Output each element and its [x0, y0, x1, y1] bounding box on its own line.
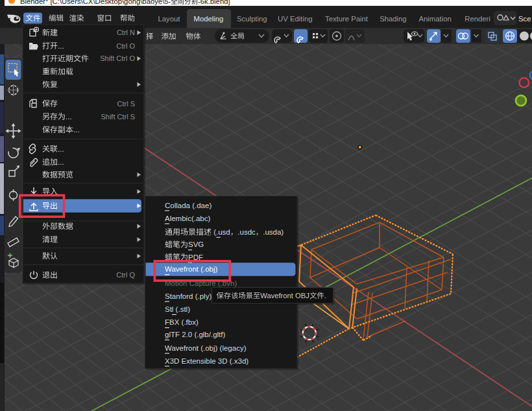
svg-text:...: ... [73, 126, 80, 134]
svg-text:Shift Ctrl O: Shift Ctrl O [100, 54, 135, 62]
svg-text:Wavefront OBJ: Wavefront OBJ [260, 292, 309, 299]
svg-text:glTF 2.0 (.glb/.gltf): glTF 2.0 (.glb/.gltf) [165, 331, 225, 338]
svg-text:Stl (.stl): Stl (.stl) [165, 305, 190, 313]
svg-text:Modeling: Modeling [194, 15, 224, 23]
svg-text:Texture Paint: Texture Paint [325, 15, 369, 23]
svg-text:Animation: Animation [418, 15, 451, 23]
svg-text:UV Editing: UV Editing [278, 15, 312, 23]
svg-text:Renderi: Renderi [465, 15, 490, 23]
svg-text:FBX (.fbx): FBX (.fbx) [165, 318, 199, 326]
svg-text:...: ... [58, 158, 64, 166]
svg-text:PDF: PDF [188, 253, 203, 261]
svg-text:Ctrl Q: Ctrl Q [116, 271, 135, 279]
svg-text:Stanford (.ply): Stanford (.ply) [165, 292, 212, 300]
svg-text:Wavefront (.obj) (legacy): Wavefront (.obj) (legacy) [165, 344, 247, 352]
svg-text:Shading: Shading [380, 15, 406, 23]
svg-text:.: . [324, 292, 326, 299]
svg-text:(.usd: (.usd [213, 228, 230, 236]
svg-text:Ctrl N: Ctrl N [117, 29, 135, 36]
svg-text:...: ... [66, 113, 72, 121]
svg-text:Shift Ctrl S: Shift Ctrl S [101, 113, 135, 121]
svg-text:X3D Extensible 3D (.x3d): X3D Extensible 3D (.x3d) [165, 357, 248, 365]
svg-text:Blender* [C:\Users\CX\Desktop: Blender* [C:\Users\CX\Desktop\gong\baoye… [20, 0, 171, 5]
svg-text:...: ... [58, 145, 64, 153]
svg-text:SVG: SVG [188, 241, 204, 248]
svg-text:Alembic(.abc): Alembic(.abc) [165, 215, 210, 222]
svg-text:-6k.blend]: -6k.blend] [198, 0, 230, 5]
svg-text:...: ... [58, 42, 64, 50]
svg-text:.usdc: .usdc [237, 228, 256, 236]
svg-text:Collada (.dae): Collada (.dae) [165, 202, 212, 209]
svg-text:Wavefront (.obj): Wavefront (.obj) [165, 265, 218, 273]
svg-text:Ctrl S: Ctrl S [117, 100, 136, 108]
svg-text:Ctrl O: Ctrl O [116, 42, 135, 50]
svg-text:Sce: Sce [518, 15, 531, 23]
svg-text:.usda): .usda) [263, 228, 284, 236]
svg-text:Layout: Layout [158, 15, 181, 23]
svg-text:Sculpting: Sculpting [237, 15, 267, 23]
